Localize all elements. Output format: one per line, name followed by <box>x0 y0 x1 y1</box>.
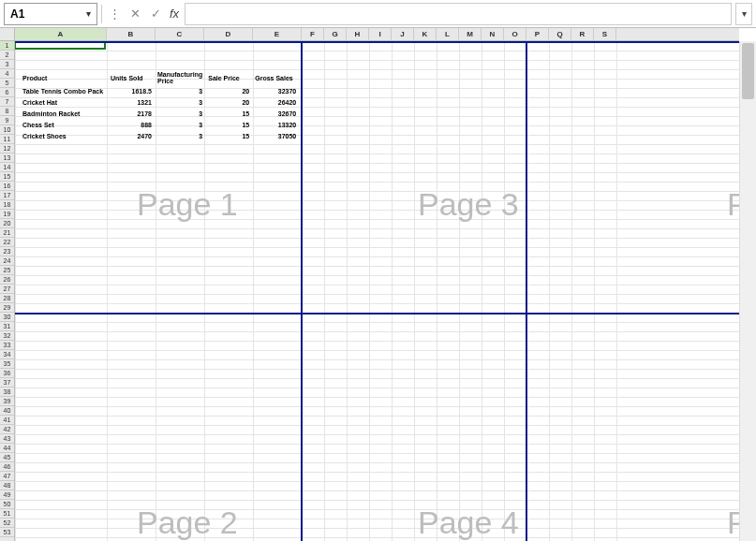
row-header-30[interactable]: 30 <box>0 313 14 322</box>
row-header-16[interactable]: 16 <box>0 182 14 191</box>
row-header-18[interactable]: 18 <box>0 200 14 210</box>
row-header-1[interactable]: 1 <box>0 41 14 51</box>
vertical-scrollbar[interactable] <box>739 41 756 541</box>
page-watermark: Page 3 <box>418 186 519 223</box>
select-all-corner[interactable] <box>0 28 15 41</box>
col-header-J[interactable]: J <box>392 28 414 40</box>
table-header: Units Sold <box>109 71 154 84</box>
col-header-A[interactable]: A <box>15 28 107 40</box>
row-header-3[interactable]: 3 <box>0 60 14 69</box>
page-watermark: Page 1 <box>137 186 238 223</box>
row-header-35[interactable]: 35 <box>0 359 14 369</box>
row-header-40[interactable]: 40 <box>0 406 14 416</box>
row-header-20[interactable]: 20 <box>0 219 14 228</box>
col-header-M[interactable]: M <box>459 28 482 40</box>
col-header-R[interactable]: R <box>571 28 594 40</box>
page-watermark: P <box>727 504 739 541</box>
row-header-26[interactable]: 26 <box>0 275 14 285</box>
col-header-D[interactable]: D <box>204 28 253 40</box>
row-header-7[interactable]: 7 <box>0 97 14 107</box>
table-cell: 26420 <box>253 97 298 107</box>
row-header-49[interactable]: 49 <box>0 490 14 500</box>
row-header-33[interactable]: 33 <box>0 341 14 350</box>
col-header-S[interactable]: S <box>594 28 616 40</box>
scrollbar-thumb[interactable] <box>742 43 754 99</box>
row-header-29[interactable]: 29 <box>0 303 14 313</box>
cancel-icon[interactable]: ✕ <box>126 4 143 24</box>
row-header-31[interactable]: 31 <box>0 322 14 331</box>
row-header-14[interactable]: 14 <box>0 163 14 172</box>
row-header-19[interactable]: 19 <box>0 210 14 219</box>
table-header: Manufacturing Price <box>156 71 204 84</box>
col-header-G[interactable]: G <box>324 28 347 40</box>
table-cell: Cricket Shoes <box>21 131 107 140</box>
row-header-25[interactable]: 25 <box>0 266 14 275</box>
row-header-9[interactable]: 9 <box>0 116 14 125</box>
row-header-43[interactable]: 43 <box>0 434 14 444</box>
col-header-P[interactable]: P <box>526 28 549 40</box>
row-header-46[interactable]: 46 <box>0 462 14 472</box>
col-header-K[interactable]: K <box>414 28 437 40</box>
chevron-down-icon[interactable]: ▾ <box>735 3 752 25</box>
row-header-42[interactable]: 42 <box>0 425 14 434</box>
row-header-32[interactable]: 32 <box>0 331 14 341</box>
col-header-E[interactable]: E <box>253 28 302 40</box>
dots-icon[interactable]: ⋮ <box>106 4 123 24</box>
row-header-51[interactable]: 51 <box>0 509 14 519</box>
row-header-53[interactable]: 53 <box>0 528 14 537</box>
formula-input[interactable] <box>185 3 732 25</box>
col-header-N[interactable]: N <box>482 28 504 40</box>
row-header-27[interactable]: 27 <box>0 285 14 294</box>
col-header-I[interactable]: I <box>369 28 392 40</box>
row-header-52[interactable]: 52 <box>0 519 14 528</box>
row-header-2[interactable]: 2 <box>0 51 14 60</box>
table-cell: 13320 <box>253 120 298 129</box>
row-header-21[interactable]: 21 <box>0 228 14 238</box>
col-header-L[interactable]: L <box>437 28 459 40</box>
chevron-down-icon[interactable]: ▾ <box>80 8 96 19</box>
col-header-F[interactable]: F <box>302 28 324 40</box>
fx-label[interactable]: fx <box>168 7 181 21</box>
col-header-O[interactable]: O <box>504 28 526 40</box>
row-header-8[interactable]: 8 <box>0 107 14 116</box>
name-box[interactable]: A1 ▾ <box>4 3 97 25</box>
row-header-38[interactable]: 38 <box>0 387 14 397</box>
table-header: Product <box>21 71 107 84</box>
table-cell: 32670 <box>253 109 298 118</box>
row-headers[interactable]: 1234567891011121314151617181920212223242… <box>0 41 15 541</box>
col-header-C[interactable]: C <box>156 28 204 40</box>
row-header-23[interactable]: 23 <box>0 247 14 256</box>
spreadsheet-grid[interactable]: ABCDEFGHIJKLMNOPQRS 12345678910111213141… <box>0 28 756 541</box>
col-header-Q[interactable]: Q <box>549 28 571 40</box>
row-header-17[interactable]: 17 <box>0 191 14 200</box>
row-header-13[interactable]: 13 <box>0 154 14 163</box>
column-headers[interactable]: ABCDEFGHIJKLMNOPQRS <box>15 28 739 41</box>
row-header-36[interactable]: 36 <box>0 369 14 378</box>
cells-area[interactable]: ProductUnits SoldManufacturing PriceSale… <box>15 41 739 541</box>
table-cell: 3 <box>156 120 204 129</box>
row-header-24[interactable]: 24 <box>0 256 14 266</box>
col-header-H[interactable]: H <box>347 28 369 40</box>
table-cell: 2178 <box>109 109 154 118</box>
table-cell: Table Tennis Combo Pack <box>21 86 107 95</box>
row-header-11[interactable]: 11 <box>0 135 14 144</box>
row-header-37[interactable]: 37 <box>0 378 14 387</box>
row-header-45[interactable]: 45 <box>0 453 14 462</box>
col-header-B[interactable]: B <box>107 28 156 40</box>
row-header-28[interactable]: 28 <box>0 294 14 303</box>
row-header-6[interactable]: 6 <box>0 88 14 97</box>
row-header-34[interactable]: 34 <box>0 350 14 359</box>
row-header-41[interactable]: 41 <box>0 416 14 425</box>
row-header-12[interactable]: 12 <box>0 144 14 154</box>
row-header-39[interactable]: 39 <box>0 397 14 406</box>
row-header-44[interactable]: 44 <box>0 444 14 453</box>
row-header-50[interactable]: 50 <box>0 500 14 509</box>
row-header-5[interactable]: 5 <box>0 79 14 88</box>
row-header-10[interactable]: 10 <box>0 125 14 135</box>
row-header-22[interactable]: 22 <box>0 238 14 247</box>
row-header-15[interactable]: 15 <box>0 172 14 182</box>
accept-icon[interactable]: ✓ <box>147 4 164 24</box>
row-header-47[interactable]: 47 <box>0 472 14 481</box>
row-header-48[interactable]: 48 <box>0 481 14 490</box>
row-header-4[interactable]: 4 <box>0 69 14 79</box>
